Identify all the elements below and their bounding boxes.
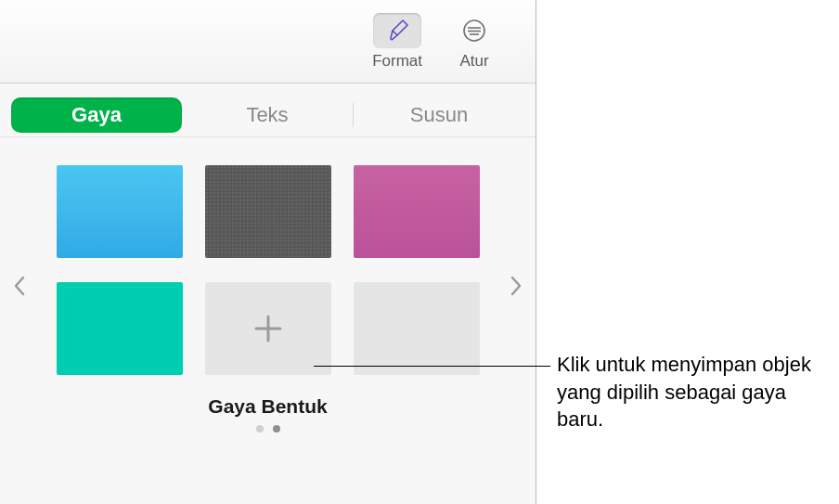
style-swatch-empty[interactable] [354, 282, 480, 375]
styles-prev-button[interactable] [4, 267, 35, 304]
style-swatch-gray-texture[interactable] [205, 165, 331, 258]
inspector-tabs: Gaya Teks Susun [0, 84, 536, 137]
arrange-icon [461, 18, 487, 44]
paintbrush-icon [384, 18, 410, 44]
chevron-right-icon [510, 276, 523, 296]
arrange-label: Atur [459, 52, 488, 71]
styles-next-button[interactable] [500, 267, 532, 304]
arrange-button[interactable]: Atur [450, 13, 498, 71]
add-style-button[interactable] [205, 282, 331, 375]
plus-icon [250, 310, 287, 347]
tab-arrange[interactable]: Susun [354, 97, 524, 133]
format-button[interactable]: Format [372, 13, 422, 71]
inspector-toolbar: Format Atur [0, 0, 536, 84]
style-swatch-teal[interactable] [57, 282, 183, 375]
page-dot-2[interactable] [273, 425, 280, 433]
style-swatch-grid [0, 165, 536, 375]
format-label: Format [372, 52, 422, 71]
chevron-left-icon [13, 276, 26, 296]
tab-text[interactable]: Teks [182, 97, 353, 133]
callout-leader-line [314, 366, 550, 367]
format-icon-wrap [373, 13, 421, 48]
style-swatch-pink[interactable] [354, 165, 480, 258]
format-inspector-panel: Format Atur Gaya Teks Susun [0, 0, 536, 504]
style-page-indicator [0, 425, 536, 433]
callout-text: Klik untuk menyimpan objek yang dipilih … [557, 351, 826, 433]
shape-styles-area: Gaya Bentuk [0, 137, 536, 433]
page-dot-1[interactable] [256, 425, 264, 433]
style-swatch-blue[interactable] [57, 165, 183, 258]
arrange-icon-wrap [450, 13, 498, 48]
tab-style[interactable]: Gaya [11, 97, 182, 133]
shape-styles-title: Gaya Bentuk [0, 395, 536, 418]
